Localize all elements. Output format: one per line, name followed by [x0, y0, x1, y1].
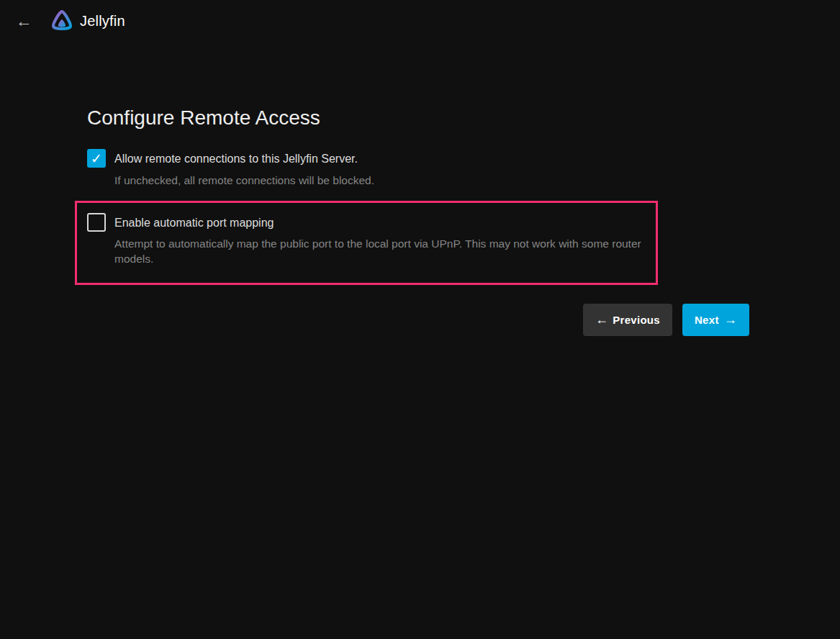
- remote-connections-description: If unchecked, all remote connections wil…: [114, 173, 374, 189]
- next-arrow-icon: →: [724, 312, 737, 327]
- remote-connections-option: ✓ Allow remote connections to this Jelly…: [87, 149, 753, 189]
- wizard-content: Configure Remote Access ✓ Allow remote c…: [87, 106, 753, 336]
- port-mapping-highlight-box: Enable automatic port mapping Attempt to…: [75, 201, 658, 285]
- check-icon: ✓: [87, 149, 106, 168]
- brand: Jellyfin: [50, 9, 125, 32]
- remote-connections-label[interactable]: Allow remote connections to this Jellyfi…: [114, 151, 374, 167]
- next-button[interactable]: Next →: [682, 304, 749, 336]
- wizard-buttons: ← Previous Next →: [87, 304, 753, 336]
- port-mapping-option: Enable automatic port mapping Attempt to…: [87, 213, 646, 267]
- remote-connections-texts: Allow remote connections to this Jellyfi…: [114, 149, 374, 189]
- app-title: Jellyfin: [80, 13, 125, 30]
- port-mapping-texts: Enable automatic port mapping Attempt to…: [114, 213, 646, 267]
- next-button-label: Next: [695, 314, 719, 326]
- previous-button-label: Previous: [613, 314, 660, 326]
- port-mapping-description: Attempt to automatically map the public …: [114, 237, 646, 267]
- page-title: Configure Remote Access: [87, 106, 753, 130]
- back-arrow-icon: ←: [16, 12, 32, 31]
- back-button[interactable]: ←: [10, 7, 37, 35]
- remote-connections-checkbox[interactable]: ✓: [87, 149, 106, 168]
- previous-arrow-icon: ←: [595, 312, 608, 327]
- app-header: ← Jellyfin: [0, 0, 840, 42]
- port-mapping-label[interactable]: Enable automatic port mapping: [114, 215, 646, 231]
- jellyfin-logo-icon: [50, 9, 73, 32]
- previous-button[interactable]: ← Previous: [583, 304, 672, 336]
- port-mapping-checkbox[interactable]: [87, 213, 106, 232]
